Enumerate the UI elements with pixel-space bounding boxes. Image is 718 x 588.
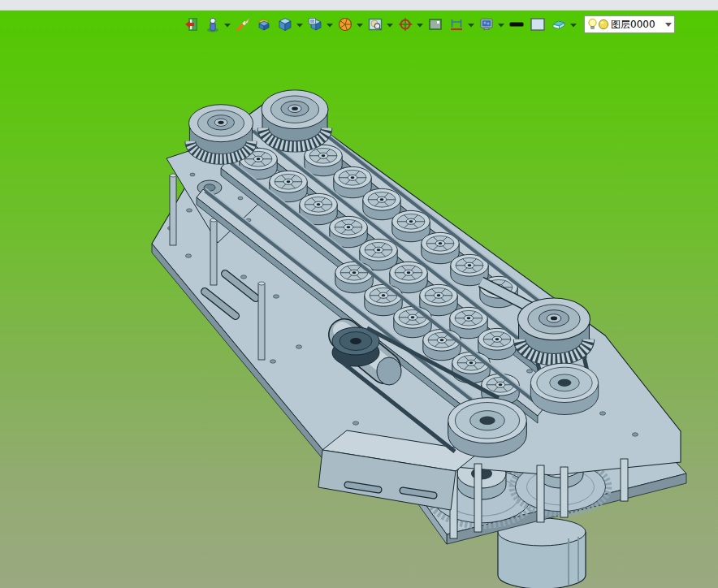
dropdown-arrow-icon[interactable] <box>498 23 504 28</box>
display-box-icon[interactable] <box>427 16 443 32</box>
eraser-icon[interactable] <box>551 16 567 32</box>
cad-viewport[interactable]: 图层0000 <box>0 11 718 588</box>
dropdown-arrow-icon[interactable] <box>327 23 333 28</box>
rotate-compass-icon[interactable] <box>397 16 413 32</box>
layer-sphere-icon <box>598 19 609 30</box>
pie-wheel-icon[interactable] <box>337 16 353 32</box>
figure-icon[interactable] <box>205 16 221 32</box>
cube-image-icon[interactable] <box>307 16 323 32</box>
line-width-icon[interactable] <box>508 16 525 32</box>
dropdown-arrow-icon[interactable] <box>570 23 577 28</box>
bulb-icon <box>587 18 598 31</box>
image-magnifier-icon[interactable] <box>367 16 383 32</box>
measure-icon[interactable] <box>448 16 465 32</box>
dropdown-arrow-icon[interactable] <box>417 23 423 28</box>
brush-icon[interactable] <box>235 16 251 32</box>
dropdown-arrow-icon[interactable] <box>224 23 231 28</box>
combo-dropdown-arrow-icon[interactable] <box>665 23 672 27</box>
window-top-strip <box>0 0 718 11</box>
exit-door-icon[interactable] <box>184 16 200 32</box>
open-box-icon[interactable] <box>256 16 272 32</box>
dropdown-arrow-icon[interactable] <box>296 23 303 28</box>
layer-combo-value: 图层0000 <box>611 18 664 32</box>
cube-icon[interactable] <box>277 16 293 32</box>
floating-toolbar: 图层0000 <box>184 14 675 35</box>
model-3d[interactable] <box>0 11 718 588</box>
dropdown-arrow-icon[interactable] <box>468 23 474 28</box>
layer-combo[interactable]: 图层0000 <box>584 15 675 33</box>
disc-pulley-large <box>448 398 527 457</box>
monitor-icon[interactable] <box>478 16 495 32</box>
motor-cylinder <box>498 518 586 588</box>
dropdown-arrow-icon[interactable] <box>357 23 363 28</box>
color-swatch-icon[interactable] <box>530 16 546 32</box>
dropdown-arrow-icon[interactable] <box>387 23 393 28</box>
app-window: 图层0000 <box>0 0 718 588</box>
